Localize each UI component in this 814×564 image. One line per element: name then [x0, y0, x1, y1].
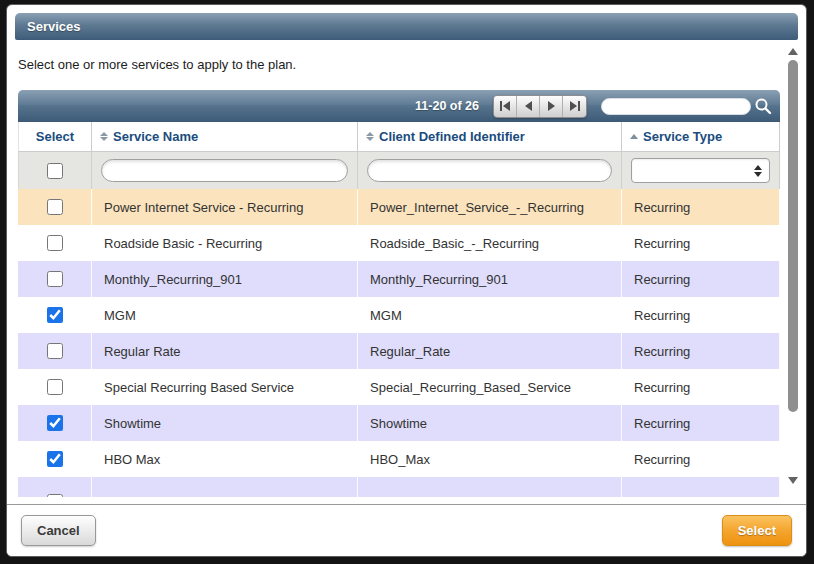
- client-defined-identifier-cell: Showtime: [358, 405, 622, 441]
- previous-page-icon: [525, 101, 532, 111]
- row-checkbox[interactable]: [47, 451, 63, 467]
- row-checkbox[interactable]: [47, 343, 63, 359]
- select-all-checkbox[interactable]: [47, 163, 63, 179]
- service-type-filter-select[interactable]: [631, 158, 770, 183]
- services-dialog: Services Select one or more services to …: [6, 4, 807, 557]
- screen: Services Select one or more services to …: [0, 0, 814, 564]
- client-defined-identifier-filter-input[interactable]: [367, 159, 612, 182]
- previous-page-button[interactable]: [517, 96, 540, 117]
- table-row[interactable]: Monthly_Recurring_901 Monthly_Recurring_…: [18, 261, 780, 297]
- dialog-title: Services: [27, 19, 81, 34]
- client-defined-identifier-cell: Special_Recurring_Based_Service: [358, 369, 622, 405]
- column-header-select: Select: [18, 122, 92, 152]
- table-body: Power Internet Service - Recurring Power…: [18, 189, 780, 477]
- table-row-partial[interactable]: [18, 477, 780, 497]
- client-defined-identifier-cell: HBO_Max: [358, 441, 622, 477]
- client-defined-identifier-cell: Regular_Rate: [358, 333, 622, 369]
- select-spinner-icon: [754, 165, 762, 177]
- service-type-cell: Recurring: [622, 297, 780, 333]
- table-row[interactable]: Special Recurring Based Service Special_…: [18, 369, 780, 405]
- service-name-cell: Roadside Basic - Recurring: [92, 225, 358, 261]
- first-page-icon: [500, 101, 502, 111]
- scroll-down-button[interactable]: [785, 473, 801, 487]
- row-checkbox[interactable]: [47, 494, 63, 497]
- column-header-service-type[interactable]: Service Type: [622, 122, 780, 152]
- vertical-scrollbar: [785, 42, 801, 499]
- scroll-down-icon: [788, 477, 798, 484]
- cancel-button[interactable]: Cancel: [21, 515, 96, 546]
- row-checkbox[interactable]: [47, 415, 63, 431]
- sort-unsorted-icon: [100, 132, 108, 141]
- dialog-footer: Cancel Select: [7, 504, 806, 556]
- search-icon[interactable]: [754, 97, 772, 115]
- search-area: [601, 97, 772, 115]
- last-page-icon: [570, 101, 577, 111]
- table-row[interactable]: Regular Rate Regular_Rate Recurring: [18, 333, 780, 369]
- service-name-cell: HBO Max: [92, 441, 358, 477]
- service-name-cell: Special Recurring Based Service: [92, 369, 358, 405]
- row-checkbox[interactable]: [47, 307, 63, 323]
- client-defined-identifier-cell: Roadside_Basic_-_Recurring: [358, 225, 622, 261]
- table-row[interactable]: MGM MGM Recurring: [18, 297, 780, 333]
- client-defined-identifier-cell: MGM: [358, 297, 622, 333]
- sort-ascending-icon: [630, 134, 638, 139]
- table-row[interactable]: Power Internet Service - Recurring Power…: [18, 189, 780, 225]
- service-type-cell: Recurring: [622, 405, 780, 441]
- service-name-cell: Monthly_Recurring_901: [92, 261, 358, 297]
- pager-controls: [493, 95, 587, 118]
- row-checkbox[interactable]: [47, 271, 63, 287]
- table-row[interactable]: Showtime Showtime Recurring: [18, 405, 780, 441]
- service-type-cell: Recurring: [622, 261, 780, 297]
- instruction-text: Select one or more services to apply to …: [18, 57, 796, 72]
- table-row[interactable]: Roadside Basic - Recurring Roadside_Basi…: [18, 225, 780, 261]
- search-input[interactable]: [601, 98, 751, 115]
- last-page-button[interactable]: [563, 96, 586, 117]
- service-type-cell: Recurring: [622, 441, 780, 477]
- column-header-client-defined-identifier[interactable]: Client Defined Identifier: [358, 122, 622, 152]
- service-name-cell: MGM: [92, 297, 358, 333]
- service-name-cell: Showtime: [92, 405, 358, 441]
- service-type-cell: Recurring: [622, 369, 780, 405]
- client-defined-identifier-cell: Monthly_Recurring_901: [358, 261, 622, 297]
- service-name-cell: Regular Rate: [92, 333, 358, 369]
- scrollbar-thumb[interactable]: [788, 60, 798, 412]
- first-page-button[interactable]: [494, 96, 517, 117]
- column-header-service-name[interactable]: Service Name: [92, 122, 358, 152]
- row-checkbox[interactable]: [47, 235, 63, 251]
- next-page-button[interactable]: [540, 96, 563, 117]
- sort-unsorted-icon: [366, 132, 374, 141]
- service-name-filter-input[interactable]: [101, 159, 348, 182]
- pagination-range: 11-20 of 26: [415, 99, 479, 113]
- next-page-icon: [548, 101, 555, 111]
- table-row[interactable]: HBO Max HBO_Max Recurring: [18, 441, 780, 477]
- scroll-up-icon: [788, 48, 798, 55]
- column-header-row: Select Service Name Client Defined Ident…: [18, 122, 780, 152]
- table-toolbar: 11-20 of 26: [18, 90, 780, 122]
- filter-row: [18, 152, 780, 189]
- scroll-up-button[interactable]: [785, 44, 801, 58]
- select-button[interactable]: Select: [722, 515, 792, 546]
- row-checkbox[interactable]: [47, 199, 63, 215]
- services-table: 11-20 of 26: [18, 90, 780, 497]
- service-type-cell: Recurring: [622, 225, 780, 261]
- row-checkbox[interactable]: [47, 379, 63, 395]
- client-defined-identifier-cell: Power_Internet_Service_-_Recurring: [358, 189, 622, 225]
- service-type-cell: Recurring: [622, 333, 780, 369]
- service-type-cell: Recurring: [622, 189, 780, 225]
- dialog-title-bar: Services: [15, 13, 798, 40]
- service-name-cell: Power Internet Service - Recurring: [92, 189, 358, 225]
